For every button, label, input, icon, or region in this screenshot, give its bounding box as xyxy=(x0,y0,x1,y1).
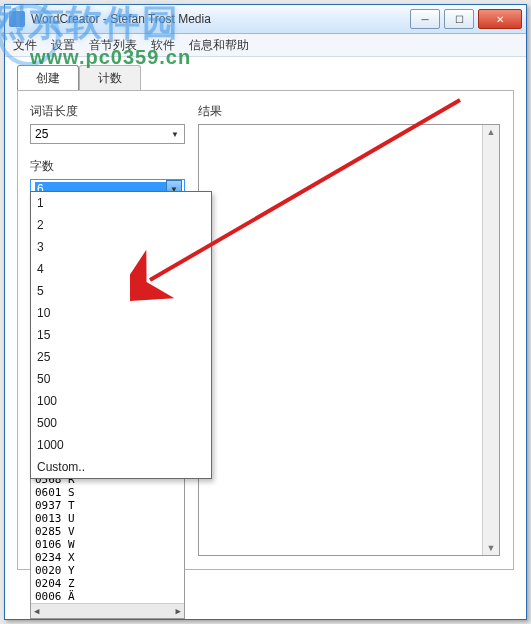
word-count-label: 字数 xyxy=(30,158,185,175)
dropdown-option[interactable]: Custom.. xyxy=(31,456,211,478)
list-item[interactable]: 0204 Z xyxy=(31,577,184,590)
dropdown-option[interactable]: 15 xyxy=(31,324,211,346)
menu-file[interactable]: 文件 xyxy=(13,37,37,54)
word-length-combo[interactable]: 25 ▼ xyxy=(30,124,185,144)
result-textarea[interactable]: ▲▼ xyxy=(198,124,500,556)
window-title: WordCreator - Stefan Trost Media xyxy=(31,12,410,26)
menu-settings[interactable]: 设置 xyxy=(51,37,75,54)
list-item[interactable]: 0106 W xyxy=(31,538,184,551)
close-button[interactable]: ✕ xyxy=(478,9,522,29)
minimize-button[interactable]: ─ xyxy=(410,9,440,29)
titlebar[interactable]: WordCreator - Stefan Trost Media ─ ☐ ✕ xyxy=(5,5,526,34)
list-item[interactable]: 0285 V xyxy=(31,525,184,538)
word-length-value: 25 xyxy=(35,127,48,141)
dropdown-option[interactable]: 3 xyxy=(31,236,211,258)
dropdown-option[interactable]: 5 xyxy=(31,280,211,302)
app-icon xyxy=(9,11,25,27)
word-length-label: 词语长度 xyxy=(30,103,185,120)
app-window: WordCreator - Stefan Trost Media ─ ☐ ✕ 文… xyxy=(4,4,527,620)
tab-create[interactable]: 创建 xyxy=(17,65,79,91)
list-item[interactable]: 0013 U xyxy=(31,512,184,525)
menu-software[interactable]: 软件 xyxy=(151,37,175,54)
list-item[interactable]: 0234 X xyxy=(31,551,184,564)
tab-body-create: 词语长度 25 ▼ 字数 6 ▼ 0009 Q 0568 R 0601 S 09… xyxy=(17,90,514,570)
list-item[interactable]: 0601 S xyxy=(31,486,184,499)
footer: sttmedia.com/donate - 谢谢您 设置 创建 xyxy=(17,619,514,624)
tab-count[interactable]: 计数 xyxy=(79,65,141,91)
horizontal-scrollbar[interactable]: ◀▶ xyxy=(31,603,184,618)
menubar: 文件 设置 音节列表 软件 信息和帮助 xyxy=(5,34,526,57)
dropdown-option[interactable]: 50 xyxy=(31,368,211,390)
dropdown-option[interactable]: 2 xyxy=(31,214,211,236)
list-item[interactable]: 0020 Y xyxy=(31,564,184,577)
dropdown-option[interactable]: 25 xyxy=(31,346,211,368)
word-count-dropdown-list[interactable]: 1 2 3 4 5 10 15 25 50 100 500 1000 Custo… xyxy=(30,191,212,479)
menu-syllable[interactable]: 音节列表 xyxy=(89,37,137,54)
dropdown-option[interactable]: 500 xyxy=(31,412,211,434)
dropdown-option[interactable]: 1 xyxy=(31,192,211,214)
vertical-scrollbar[interactable]: ▲▼ xyxy=(482,125,499,555)
list-item[interactable]: 0006 Ä xyxy=(31,590,184,603)
result-label: 结果 xyxy=(198,103,501,120)
tab-strip: 创建 计数 xyxy=(17,65,514,91)
dropdown-option[interactable]: 100 xyxy=(31,390,211,412)
dropdown-option[interactable]: 1000 xyxy=(31,434,211,456)
frequency-listbox[interactable]: 0009 Q 0568 R 0601 S 0937 T 0013 U 0285 … xyxy=(30,459,185,619)
dropdown-option[interactable]: 4 xyxy=(31,258,211,280)
list-item[interactable]: 0937 T xyxy=(31,499,184,512)
chevron-down-icon[interactable]: ▼ xyxy=(168,126,182,142)
maximize-button[interactable]: ☐ xyxy=(444,9,474,29)
dropdown-option[interactable]: 10 xyxy=(31,302,211,324)
client-area: 创建 计数 词语长度 25 ▼ 字数 6 ▼ 0009 Q 0568 R xyxy=(5,57,526,613)
menu-help[interactable]: 信息和帮助 xyxy=(189,37,249,54)
